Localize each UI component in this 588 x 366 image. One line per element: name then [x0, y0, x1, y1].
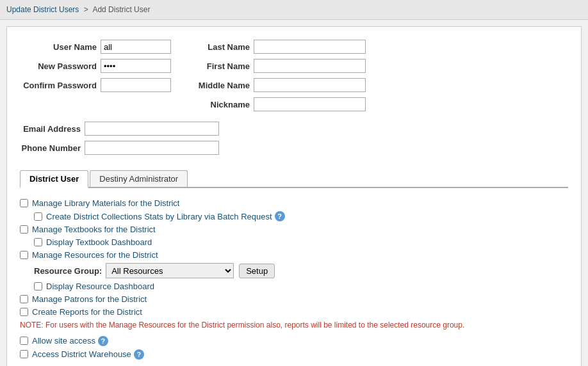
checkbox-display-resource[interactable]: [34, 282, 42, 290]
breadcrumb-separator: >: [84, 5, 88, 14]
firstname-label: First Name: [195, 61, 250, 71]
email-input[interactable]: [85, 122, 219, 136]
left-fields: User Name New Password Confirm Password: [20, 40, 171, 116]
middlename-label: Middle Name: [195, 81, 250, 90]
password-input[interactable]: [101, 59, 171, 73]
resource-group-select[interactable]: All Resources: [106, 263, 234, 278]
nickname-label: Nickname: [195, 100, 250, 109]
resource-group-label: Resource Group:: [34, 266, 102, 276]
checkbox-display-textbook[interactable]: [34, 238, 42, 246]
username-input[interactable]: [101, 40, 171, 54]
main-content: User Name New Password Confirm Password …: [6, 26, 582, 366]
perm-display-resource-label: Display Resource Dashboard: [46, 282, 154, 291]
perm-create-reports-label: Create Reports for the District: [32, 307, 142, 317]
lastname-label: Last Name: [195, 42, 250, 52]
perm-display-textbook: Display Textbook Dashboard: [34, 237, 568, 247]
checkbox-manage-resources[interactable]: [20, 251, 28, 259]
permissions-panel: Manage Library Materials for the Distric…: [20, 196, 568, 365]
right-fields: Email Address Phone Number: [20, 122, 219, 160]
perm-allow-site-access: Allow site access ?: [20, 336, 568, 346]
nickname-field-group: Nickname: [195, 97, 366, 111]
username-label: User Name: [20, 42, 97, 52]
perm-access-warehouse: Access District Warehouse ?: [20, 349, 568, 360]
perm-display-resource: Display Resource Dashboard: [34, 282, 568, 291]
perm-create-reports: Create Reports for the District: [20, 307, 568, 317]
confirm-password-label: Confirm Password: [20, 81, 97, 90]
firstname-input[interactable]: [254, 59, 366, 73]
perm-create-collections-label: Create District Collections Stats by Lib…: [46, 212, 272, 221]
checkbox-create-reports[interactable]: [20, 308, 28, 316]
breadcrumb-current: Add District User: [92, 5, 150, 14]
password-field-group: New Password: [20, 59, 171, 73]
username-field-group: User Name: [20, 40, 171, 54]
checkbox-manage-textbooks[interactable]: [20, 225, 28, 234]
perm-access-warehouse-label: Access District Warehouse: [32, 349, 131, 359]
perm-manage-resources: Manage Resources for the District: [20, 250, 568, 260]
perm-allow-site-access-label: Allow site access: [32, 336, 95, 346]
breadcrumb-parent[interactable]: Update District Users: [6, 5, 79, 14]
lastname-field-group: Last Name: [195, 40, 366, 54]
perm-manage-patrons-label: Manage Patrons for the District: [32, 294, 147, 304]
email-label: Email Address: [20, 124, 81, 134]
phone-field-group: Phone Number: [20, 141, 219, 155]
confirm-password-input[interactable]: [101, 78, 171, 92]
access-warehouse-help-icon[interactable]: ?: [134, 349, 144, 360]
checkbox-manage-patrons[interactable]: [20, 295, 28, 303]
firstname-field-group: First Name: [195, 59, 366, 73]
lastname-input[interactable]: [254, 40, 366, 54]
phone-input[interactable]: [85, 141, 219, 155]
allow-site-access-help-icon[interactable]: ?: [98, 336, 108, 346]
middlename-field-group: Middle Name: [195, 78, 366, 92]
perm-manage-patrons: Manage Patrons for the District: [20, 294, 568, 304]
tab-destiny-admin[interactable]: Destiny Administrator: [90, 170, 188, 187]
form-fields: User Name New Password Confirm Password …: [20, 40, 568, 160]
perm-display-textbook-label: Display Textbook Dashboard: [46, 237, 152, 247]
resource-group-row: Resource Group: All Resources Setup: [34, 263, 568, 278]
confirm-password-field-group: Confirm Password: [20, 78, 171, 92]
perm-manage-library: Manage Library Materials for the Distric…: [20, 198, 568, 208]
email-field-group: Email Address: [20, 122, 219, 136]
perm-create-collections: Create District Collections Stats by Lib…: [34, 211, 568, 221]
nickname-input[interactable]: [254, 97, 366, 111]
tab-bar: District User Destiny Administrator: [20, 170, 568, 188]
middle-fields: Last Name First Name Middle Name Nicknam…: [195, 40, 366, 116]
middlename-input[interactable]: [254, 78, 366, 92]
checkbox-manage-library[interactable]: [20, 199, 28, 207]
phone-label: Phone Number: [20, 143, 81, 153]
password-label: New Password: [20, 61, 97, 71]
tab-district-user[interactable]: District User: [20, 170, 88, 188]
checkbox-create-collections[interactable]: [34, 212, 42, 221]
perm-manage-textbooks-label: Manage Textbooks for the District: [32, 225, 156, 234]
setup-button[interactable]: Setup: [239, 264, 275, 278]
perm-manage-resources-label: Manage Resources for the District: [32, 250, 158, 260]
perm-manage-library-label: Manage Library Materials for the Distric…: [32, 198, 179, 208]
create-collections-help-icon[interactable]: ?: [275, 211, 285, 221]
breadcrumb: Update District Users > Add District Use…: [0, 0, 588, 20]
perm-manage-textbooks: Manage Textbooks for the District: [20, 225, 568, 234]
checkbox-access-warehouse[interactable]: [20, 350, 28, 358]
checkbox-allow-site-access[interactable]: [20, 337, 28, 345]
note-text: NOTE: For users with the Manage Resource…: [20, 320, 468, 331]
